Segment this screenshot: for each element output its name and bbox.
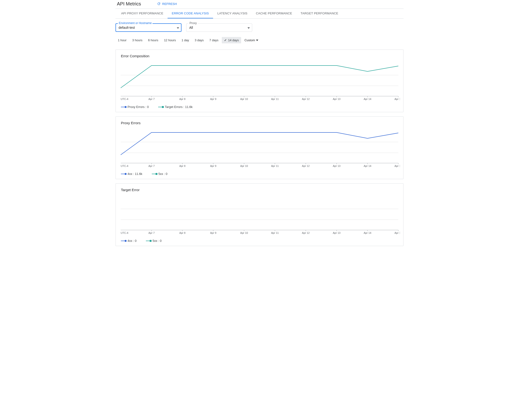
- svg-text:UTC-4: UTC-4: [121, 165, 128, 167]
- time-range-6h[interactable]: 6 hours: [146, 37, 160, 43]
- svg-text:Apr 12: Apr 12: [302, 98, 309, 100]
- tab-bar: API PROXY PERFORMANCE ERROR CODE ANALYSI…: [115, 8, 404, 19]
- legend: 4xx : 11.6k 5xx : 0: [116, 170, 403, 177]
- card-proxy-errors: Proxy Errors UTC-4Apr 7Apr 8Apr 9Apr 10A…: [115, 116, 404, 179]
- svg-text:Apr 7: Apr 7: [149, 98, 155, 100]
- svg-text:Apr 14: Apr 14: [364, 165, 371, 167]
- page-title: API Metrics: [115, 1, 141, 7]
- filter-row: Environment or Hostname default-test Pro…: [115, 19, 404, 34]
- card-error-composition: Error Composition UTC-4Apr 7Apr 8Apr 9Ap…: [115, 50, 404, 112]
- time-range-3h[interactable]: 3 hours: [130, 37, 145, 43]
- legend-item-4xx[interactable]: 4xx : 11.6k: [121, 172, 142, 176]
- time-range-bar: 1 hour 3 hours 6 hours 12 hours 1 day 3 …: [115, 34, 404, 48]
- environment-label: Environment or Hostname: [118, 22, 152, 25]
- legend-item-target-errors[interactable]: Target Errors : 11.6k: [158, 105, 193, 109]
- legend: 4xx : 0 5xx : 0: [116, 237, 403, 243]
- svg-text:Apr 15: Apr 15: [395, 165, 400, 167]
- refresh-button[interactable]: REFRESH: [155, 1, 179, 7]
- svg-text:Apr 12: Apr 12: [302, 232, 309, 234]
- svg-text:Apr 11: Apr 11: [271, 98, 278, 100]
- proxy-value: All: [189, 26, 193, 30]
- svg-text:Apr 15: Apr 15: [395, 232, 400, 234]
- time-range-1d[interactable]: 1 day: [179, 37, 191, 43]
- time-range-14d[interactable]: 14 days: [222, 37, 241, 43]
- refresh-icon: [157, 2, 161, 6]
- svg-text:Apr 9: Apr 9: [210, 98, 216, 100]
- svg-text:Apr 13: Apr 13: [333, 165, 340, 167]
- tab-error-code-analysis[interactable]: ERROR CODE ANALYSIS: [168, 9, 213, 18]
- time-range-1h[interactable]: 1 hour: [115, 37, 129, 43]
- refresh-label: REFRESH: [162, 2, 177, 6]
- svg-text:Apr 8: Apr 8: [179, 165, 186, 167]
- proxy-label: Proxy: [188, 22, 198, 25]
- chart-target-error: UTC-4Apr 7Apr 8Apr 9Apr 10Apr 11Apr 12Ap…: [119, 195, 400, 237]
- tab-target-performance[interactable]: TARGET PERFORMANCE: [296, 9, 342, 18]
- svg-text:Apr 14: Apr 14: [364, 232, 371, 234]
- proxy-select[interactable]: Proxy All: [186, 23, 252, 32]
- svg-text:Apr 10: Apr 10: [240, 232, 248, 234]
- svg-text:Apr 10: Apr 10: [240, 98, 248, 100]
- svg-text:Apr 9: Apr 9: [210, 232, 216, 234]
- svg-text:Apr 15: Apr 15: [395, 98, 400, 100]
- svg-text:UTC-4: UTC-4: [121, 98, 128, 100]
- time-range-12h[interactable]: 12 hours: [162, 37, 178, 43]
- svg-text:Apr 10: Apr 10: [240, 165, 248, 167]
- legend-item-4xx[interactable]: 4xx : 0: [121, 239, 136, 242]
- svg-text:Apr 11: Apr 11: [271, 165, 278, 167]
- card-target-error: Target Error UTC-4Apr 7Apr 8Apr 9Apr 10A…: [115, 183, 404, 246]
- time-range-3d[interactable]: 3 days: [192, 37, 206, 43]
- svg-text:Apr 11: Apr 11: [271, 232, 278, 234]
- svg-text:Apr 12: Apr 12: [302, 165, 309, 167]
- svg-text:Apr 9: Apr 9: [210, 165, 216, 167]
- time-range-custom[interactable]: Custom: [242, 37, 261, 43]
- legend-item-5xx[interactable]: 5xx : 0: [146, 239, 161, 242]
- svg-text:Apr 7: Apr 7: [149, 232, 155, 234]
- environment-select[interactable]: Environment or Hostname default-test: [115, 23, 181, 32]
- legend-item-proxy-errors[interactable]: Proxy Errors : 0: [121, 105, 149, 109]
- chart-error-composition: UTC-4Apr 7Apr 8Apr 9Apr 10Apr 11Apr 12Ap…: [119, 61, 400, 103]
- environment-value: default-test: [119, 26, 135, 30]
- svg-text:Apr 8: Apr 8: [179, 232, 186, 234]
- tab-api-proxy-performance[interactable]: API PROXY PERFORMANCE: [117, 9, 168, 18]
- legend-item-5xx[interactable]: 5xx : 0: [152, 172, 167, 176]
- svg-text:Apr 8: Apr 8: [179, 98, 186, 100]
- card-title: Proxy Errors: [121, 121, 403, 125]
- card-title: Target Error: [121, 188, 403, 192]
- tab-latency-analysis[interactable]: LATENCY ANALYSIS: [213, 9, 251, 18]
- svg-text:Apr 14: Apr 14: [364, 98, 371, 100]
- tab-cache-performance[interactable]: CACHE PERFORMANCE: [252, 9, 296, 18]
- time-range-7d[interactable]: 7 days: [207, 37, 221, 43]
- chart-proxy-errors: UTC-4Apr 7Apr 8Apr 9Apr 10Apr 11Apr 12Ap…: [119, 128, 400, 170]
- legend: Proxy Errors : 0 Target Errors : 11.6k: [116, 103, 403, 110]
- svg-text:Apr 13: Apr 13: [333, 98, 340, 100]
- svg-text:UTC-4: UTC-4: [121, 232, 128, 234]
- card-title: Error Composition: [121, 54, 403, 58]
- custom-label: Custom: [244, 38, 255, 42]
- svg-text:Apr 7: Apr 7: [149, 165, 155, 167]
- svg-text:Apr 13: Apr 13: [333, 232, 340, 234]
- dropdown-icon: [256, 40, 258, 41]
